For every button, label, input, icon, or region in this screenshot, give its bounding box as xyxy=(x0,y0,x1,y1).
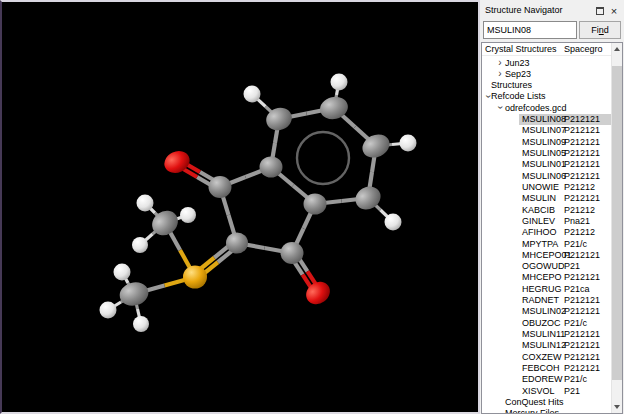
refcode-search-input[interactable] xyxy=(483,21,577,39)
tree-row-label[interactable]: MPYTPA xyxy=(522,239,558,250)
scroll-down-icon[interactable] xyxy=(612,401,622,413)
tree-row[interactable]: UNOWIEP21212 xyxy=(482,181,611,193)
atom-C7-c[interactable] xyxy=(209,176,232,198)
tree-row[interactable]: RADNETP212121 xyxy=(482,295,611,307)
tree-row[interactable]: MSULIN12P212121 xyxy=(482,340,611,352)
tree-row[interactable]: Mercury Files xyxy=(482,408,611,414)
atom-H11b-h[interactable] xyxy=(100,302,117,319)
tree-row[interactable]: MSULIN05P212121 xyxy=(482,148,611,160)
tree-row-label[interactable]: OGOWUD xyxy=(522,261,565,272)
atom-H3-h[interactable] xyxy=(400,135,417,152)
tree-row[interactable]: ›odrefcodes.gcd xyxy=(482,102,611,114)
tree-row-label[interactable]: EDOREW xyxy=(522,374,563,385)
chevron-right-icon[interactable]: › xyxy=(496,57,504,68)
atom-H5-h[interactable] xyxy=(385,214,402,231)
tree-row-label[interactable]: UNOWIE xyxy=(522,182,559,193)
tree-row-label[interactable]: XISVOL xyxy=(522,386,555,397)
tree-row[interactable]: FEBCOHP212121 xyxy=(482,362,611,374)
structure-tree[interactable]: Crystal Structures Spacegro ›Jun23›Sep23… xyxy=(481,42,623,414)
atom-C8-c[interactable] xyxy=(226,233,248,254)
tree-row-label[interactable]: MSULIN12 xyxy=(522,340,566,351)
tree-row-label[interactable]: AFIHOO xyxy=(522,227,557,238)
tree-row-label[interactable]: MHCEPO xyxy=(522,272,562,283)
tree-row[interactable]: MSULIN07P212121 xyxy=(482,125,611,137)
atom-H10a-h[interactable] xyxy=(137,195,154,212)
tree-row-label[interactable]: Sep23 xyxy=(505,69,531,80)
tree-row-label[interactable]: GINLEV xyxy=(522,216,555,227)
atom-C9-c[interactable] xyxy=(281,242,304,264)
column-header-spacegroup[interactable]: Spacegro xyxy=(564,44,611,54)
tree-row-label[interactable]: Mercury Files xyxy=(505,408,559,414)
panel-titlebar[interactable]: Structure Navigator × xyxy=(480,2,624,20)
tree-row-label[interactable]: odrefcodes.gcd xyxy=(505,103,567,114)
scrollbar-thumb[interactable] xyxy=(612,66,622,380)
tree-row-label[interactable]: FEBCOH xyxy=(522,363,560,374)
tree-row-label[interactable]: MSULIN07 xyxy=(522,125,566,136)
tree-row-label[interactable]: MSULIN06 xyxy=(522,171,566,182)
column-header-crystal-structures[interactable]: Crystal Structures xyxy=(485,44,557,54)
tree-row-label[interactable]: COXZEW xyxy=(522,352,562,363)
tree-row[interactable]: OBUZOCP21/c xyxy=(482,317,611,329)
tree-row[interactable]: MSULIN01P212121 xyxy=(482,159,611,171)
atom-C11-c[interactable] xyxy=(117,279,151,309)
tree-row-label[interactable]: MSULIN09 xyxy=(522,137,566,148)
tree-row[interactable]: ConQuest Hits xyxy=(482,396,611,408)
close-icon[interactable]: × xyxy=(608,6,620,17)
atom-C4-c[interactable] xyxy=(260,157,283,178)
tree-row-label[interactable]: KABCIB xyxy=(522,205,555,216)
tree-row-label[interactable]: HEGRUG xyxy=(522,284,562,295)
float-panel-icon[interactable] xyxy=(594,6,606,17)
tree-row[interactable]: MSULIN11P212121 xyxy=(482,328,611,340)
tree-row-label[interactable]: Refcode Lists xyxy=(491,91,546,102)
tree-row[interactable]: HEGRUGP21ca xyxy=(482,283,611,295)
tree-vertical-scrollbar[interactable] xyxy=(611,43,622,413)
atom-H1-h[interactable] xyxy=(331,74,348,91)
tree-row-label[interactable]: MSULIN01 xyxy=(522,159,566,170)
tree-row-label[interactable]: ConQuest Hits xyxy=(505,397,564,408)
chevron-down-icon[interactable]: › xyxy=(495,104,506,112)
tree-row-label[interactable]: RADNET xyxy=(522,295,559,306)
scroll-up-icon[interactable] xyxy=(612,43,622,55)
3d-structure-viewport[interactable] xyxy=(2,2,478,412)
tree-row[interactable]: GINLEVPna21 xyxy=(482,215,611,227)
tree-row[interactable]: EDOREWP21/c xyxy=(482,374,611,386)
tree-row[interactable]: Structures xyxy=(482,80,611,92)
tree-row-label[interactable]: Structures xyxy=(491,80,532,91)
tree-row[interactable]: MHCEPOP212121 xyxy=(482,272,611,284)
molecule-ball-and-stick[interactable] xyxy=(2,2,478,412)
tree-row[interactable]: MSULINP212121 xyxy=(482,193,611,205)
tree-row[interactable]: MHCEPO01P212121 xyxy=(482,249,611,261)
tree-row[interactable]: ›Refcode Lists xyxy=(482,91,611,103)
atom-H11c-h[interactable] xyxy=(133,316,149,332)
tree-row-label[interactable]: MSULIN05 xyxy=(522,148,566,159)
tree-row[interactable]: ›Jun23 xyxy=(482,57,611,69)
tree-row-label[interactable]: MSULIN02 xyxy=(522,306,566,317)
tree-row[interactable]: KABCIBP21212 xyxy=(482,204,611,216)
tree-row-spacegroup: P212121 xyxy=(564,159,600,170)
tree-row-label[interactable]: MSULIN11 xyxy=(522,329,565,340)
tree-row[interactable]: ›Sep23 xyxy=(482,68,611,80)
tree-row[interactable]: MSULIN09P212121 xyxy=(482,136,611,148)
tree-row[interactable]: MSULIN02P212121 xyxy=(482,306,611,318)
atom-H10b-h[interactable] xyxy=(132,237,148,253)
atom-H11a-h[interactable] xyxy=(114,264,131,281)
atom-S1-s[interactable] xyxy=(183,266,207,289)
find-button[interactable]: Find xyxy=(579,21,621,39)
atom-H10c-h[interactable] xyxy=(180,207,196,223)
tree-row-label[interactable]: MSULIN08 xyxy=(522,114,566,125)
tree-row-label[interactable]: MSULIN xyxy=(522,193,556,204)
atom-C6-c[interactable] xyxy=(304,194,327,215)
tree-row[interactable]: AFIHOOP21212 xyxy=(482,227,611,239)
tree-row[interactable]: OGOWUDP21 xyxy=(482,261,611,273)
tree-row[interactable]: COXZEWP212121 xyxy=(482,351,611,363)
tree-row-spacegroup: Pna21 xyxy=(564,216,590,227)
atom-H2-h[interactable] xyxy=(244,86,261,103)
tree-row[interactable]: XISVOLP21 xyxy=(482,385,611,397)
tree-row-label[interactable]: Jun23 xyxy=(505,58,530,69)
tree-row[interactable]: MPYTPAP21/c xyxy=(482,238,611,250)
tree-row[interactable]: MSULIN06P212121 xyxy=(482,170,611,182)
chevron-right-icon[interactable]: › xyxy=(496,68,504,79)
tree-row[interactable]: MSULIN08P212121 xyxy=(482,114,611,126)
tree-header[interactable]: Crystal Structures Spacegro xyxy=(482,43,611,56)
tree-row-label[interactable]: OBUZOC xyxy=(522,318,561,329)
